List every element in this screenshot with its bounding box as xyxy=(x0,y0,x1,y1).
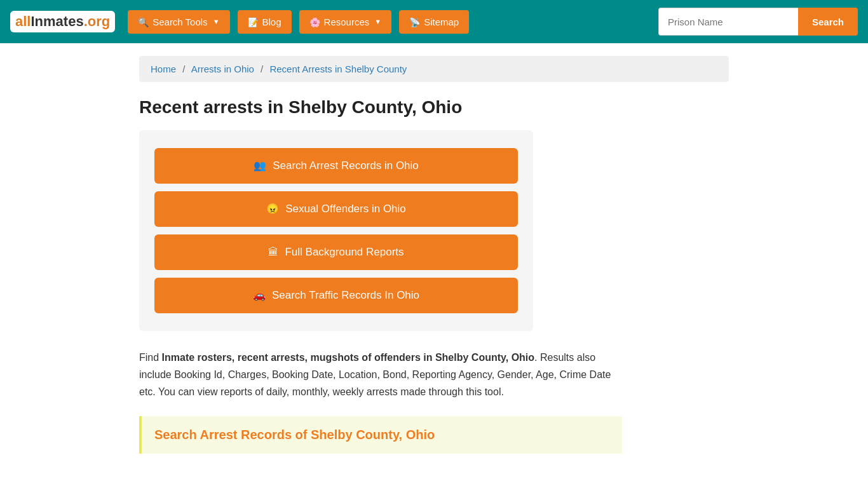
breadcrumb: Home / Arrests in Ohio / Recent Arrests … xyxy=(139,56,729,82)
resources-button[interactable]: Resources ▼ xyxy=(299,10,392,34)
car-icon xyxy=(253,289,266,302)
breadcrumb-arrests-ohio[interactable]: Arrests in Ohio xyxy=(191,64,254,74)
sexual-offenders-label: Sexual Offenders in Ohio xyxy=(285,203,406,215)
navbar: allInmates.org Search Tools ▼ Blog Resou… xyxy=(0,0,868,43)
blog-button[interactable]: Blog xyxy=(238,10,292,34)
traffic-records-button[interactable]: Search Traffic Records In Ohio xyxy=(154,278,518,313)
breadcrumb-sep-2: / xyxy=(261,64,263,74)
prison-search-input[interactable] xyxy=(658,8,798,36)
main-content: Home / Arrests in Ohio / Recent Arrests … xyxy=(129,43,739,479)
search-records-title: Search Arrest Records of Shelby County, … xyxy=(154,428,609,442)
prison-search-bar: Search xyxy=(658,8,858,36)
description-paragraph: Find Inmate rosters, recent arrests, mug… xyxy=(139,349,622,401)
search-arrest-records-button[interactable]: Search Arrest Records in Ohio xyxy=(154,148,518,184)
sexual-offenders-button[interactable]: Sexual Offenders in Ohio xyxy=(154,191,518,227)
sitemap-button[interactable]: Sitemap xyxy=(399,10,469,34)
search-tools-label: Search Tools xyxy=(153,17,207,27)
background-icon xyxy=(268,246,278,259)
logo-inmates: Inmates xyxy=(31,13,83,29)
background-reports-label: Full Background Reports xyxy=(285,246,403,259)
search-records-section: Search Arrest Records of Shelby County, … xyxy=(139,416,622,454)
chevron-down-icon-resources: ▼ xyxy=(374,18,381,25)
sitemap-icon xyxy=(409,17,420,27)
blog-label: Blog xyxy=(262,17,281,27)
logo[interactable]: allInmates.org xyxy=(10,11,115,32)
chevron-down-icon: ▼ xyxy=(213,18,220,25)
description-pre: Find xyxy=(139,352,162,363)
resources-label: Resources xyxy=(324,17,370,27)
sitemap-label: Sitemap xyxy=(424,17,459,27)
breadcrumb-current: Recent Arrests in Shelby County xyxy=(269,64,407,74)
action-buttons-box: Search Arrest Records in Ohio Sexual Off… xyxy=(139,130,533,331)
search-icon xyxy=(138,17,149,27)
search-arrest-label: Search Arrest Records in Ohio xyxy=(273,159,419,172)
search-btn-label: Search xyxy=(812,17,844,27)
search-tools-button[interactable]: Search Tools ▼ xyxy=(128,10,229,34)
description-bold: Inmate rosters, recent arrests, mugshots… xyxy=(162,352,534,363)
logo-all: all xyxy=(15,13,31,29)
background-reports-button[interactable]: Full Background Reports xyxy=(154,234,518,270)
blog-icon xyxy=(248,17,259,27)
people-icon xyxy=(254,159,266,172)
breadcrumb-home[interactable]: Home xyxy=(151,64,176,74)
prison-search-button[interactable]: Search xyxy=(798,8,858,36)
traffic-records-label: Search Traffic Records In Ohio xyxy=(272,289,419,302)
breadcrumb-sep-1: / xyxy=(182,64,185,74)
logo-org: .org xyxy=(84,13,111,29)
resources-icon xyxy=(309,17,320,27)
offender-icon xyxy=(266,203,279,215)
page-title: Recent arrests in Shelby County, Ohio xyxy=(139,97,729,118)
